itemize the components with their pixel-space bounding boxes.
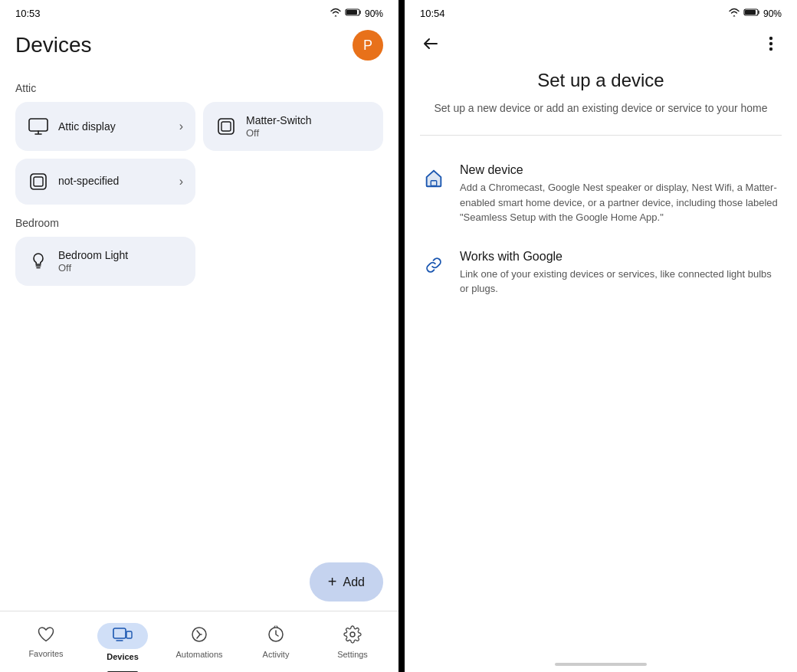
nav-activity-label: Activity <box>263 650 290 659</box>
nav-activity-icon-wrap <box>267 625 285 647</box>
svg-rect-5 <box>31 174 46 189</box>
bedroom-light-status: Off <box>58 262 183 274</box>
svg-rect-7 <box>113 628 126 638</box>
avatar[interactable]: P <box>353 30 383 61</box>
attic-display-name: Attic display <box>58 120 170 133</box>
right-time: 10:54 <box>420 8 445 19</box>
option-works-with-google[interactable]: Works with Google Link one of your exist… <box>420 238 782 309</box>
matter-switch-name: Matter-Switch <box>246 114 371 127</box>
monitor-icon <box>28 116 49 137</box>
right-content: Set up a device Set up a new device or a… <box>405 70 797 634</box>
left-time: 10:53 <box>15 8 41 19</box>
right-panel: 10:54 90% <box>405 0 797 672</box>
right-status-icons: 90% <box>728 8 782 19</box>
device-bedroom-light[interactable]: Bedroom Light Off <box>15 237 195 286</box>
devices-title: Devices <box>15 33 92 57</box>
new-device-text: New device Add a Chromecast, Google Nest… <box>460 163 782 225</box>
left-content: Attic Attic display › <box>0 70 398 611</box>
bedroom-light-name: Bedroom Light <box>58 249 183 262</box>
not-specified-grid: not-specified › <box>15 159 383 205</box>
device-attic-display[interactable]: Attic display › <box>15 102 195 151</box>
left-status-bar: 10:53 90% <box>0 0 398 24</box>
svg-point-9 <box>192 628 206 641</box>
activity-icon <box>267 628 285 647</box>
nav-favorites-icon-wrap <box>37 626 55 646</box>
right-bottom <box>405 634 797 672</box>
nav-automations-icon-wrap <box>190 625 208 647</box>
nav-devices[interactable]: Devices <box>84 617 161 667</box>
bottom-nav: Favorites Devices <box>0 611 398 672</box>
add-button-label: Add <box>343 575 365 589</box>
left-header: Devices P <box>0 24 398 70</box>
nav-settings-icon-wrap <box>343 625 362 647</box>
new-device-desc: Add a Chromecast, Google Nest speaker or… <box>460 180 782 225</box>
chevron-right-icon-2: › <box>179 175 183 188</box>
svg-rect-8 <box>126 631 132 638</box>
svg-rect-2 <box>29 119 48 131</box>
left-battery: 90% <box>365 8 383 19</box>
svg-point-11 <box>350 632 355 637</box>
left-status-icons: 90% <box>330 8 383 19</box>
nav-devices-icon-wrap <box>97 623 148 649</box>
works-with-google-desc: Link one of your existing devices or ser… <box>460 267 782 297</box>
automations-icon <box>190 628 208 647</box>
chevron-right-icon: › <box>179 120 183 133</box>
not-specified-info: not-specified <box>58 175 170 188</box>
light-bulb-icon <box>28 251 49 272</box>
left-panel: 10:53 90% Devices P <box>0 0 398 672</box>
devices-icon <box>113 628 133 647</box>
right-header <box>405 24 797 70</box>
svg-point-15 <box>769 42 772 45</box>
matter-switch-icon <box>215 116 237 137</box>
right-status-bar: 10:54 90% <box>405 0 797 24</box>
bedroom-device-grid: Bedroom Light Off <box>15 237 383 286</box>
section-attic-label: Attic <box>15 82 383 94</box>
right-wifi-icon <box>728 8 740 19</box>
device-not-specified[interactable]: not-specified › <box>15 159 195 205</box>
right-battery-icon <box>743 8 760 19</box>
link-icon <box>420 251 448 279</box>
nav-activity[interactable]: Activity <box>238 619 314 665</box>
nav-settings[interactable]: Settings <box>314 619 391 665</box>
divider-line <box>420 135 782 136</box>
nav-favorites[interactable]: Favorites <box>8 620 84 664</box>
nav-automations-label: Automations <box>175 650 222 659</box>
nav-automations[interactable]: Automations <box>161 619 238 665</box>
home-indicator <box>555 663 647 666</box>
not-specified-icon <box>28 171 49 192</box>
battery-icon <box>345 8 362 19</box>
section-bedroom-label: Bedroom <box>15 217 383 229</box>
svg-rect-4 <box>221 122 231 131</box>
device-matter-switch[interactable]: Matter-Switch Off <box>203 102 383 151</box>
svg-rect-6 <box>34 177 43 186</box>
not-specified-name: not-specified <box>58 175 170 188</box>
svg-rect-3 <box>218 119 234 134</box>
nav-settings-label: Settings <box>337 650 368 659</box>
attic-device-grid: Attic display › Matter-Switch Off <box>15 102 383 151</box>
more-options-button[interactable] <box>757 30 785 57</box>
new-device-title: New device <box>460 163 782 177</box>
works-with-google-text: Works with Google Link one of your exist… <box>460 250 782 297</box>
panel-divider <box>398 0 405 672</box>
right-battery: 90% <box>763 8 782 19</box>
option-new-device[interactable]: New device Add a Chromecast, Google Nest… <box>420 151 782 238</box>
svg-rect-1 <box>346 10 357 15</box>
matter-switch-status: Off <box>246 127 371 139</box>
svg-point-16 <box>769 48 772 51</box>
bedroom-light-info: Bedroom Light Off <box>58 249 183 274</box>
attic-display-info: Attic display <box>58 120 170 133</box>
add-button[interactable]: + Add <box>310 562 383 602</box>
nav-favorites-label: Favorites <box>28 649 63 658</box>
plus-icon: + <box>328 573 337 591</box>
back-button[interactable] <box>417 30 444 57</box>
works-with-google-title: Works with Google <box>460 250 782 264</box>
nav-devices-label: Devices <box>107 652 139 661</box>
heart-icon <box>37 628 55 647</box>
setup-title: Set up a device <box>420 70 782 91</box>
wifi-icon <box>330 8 342 19</box>
home-icon <box>420 165 448 192</box>
setup-subtitle: Set up a new device or add an existing d… <box>420 100 782 116</box>
settings-icon <box>343 628 362 647</box>
svg-point-14 <box>769 37 772 40</box>
svg-rect-13 <box>745 10 756 15</box>
